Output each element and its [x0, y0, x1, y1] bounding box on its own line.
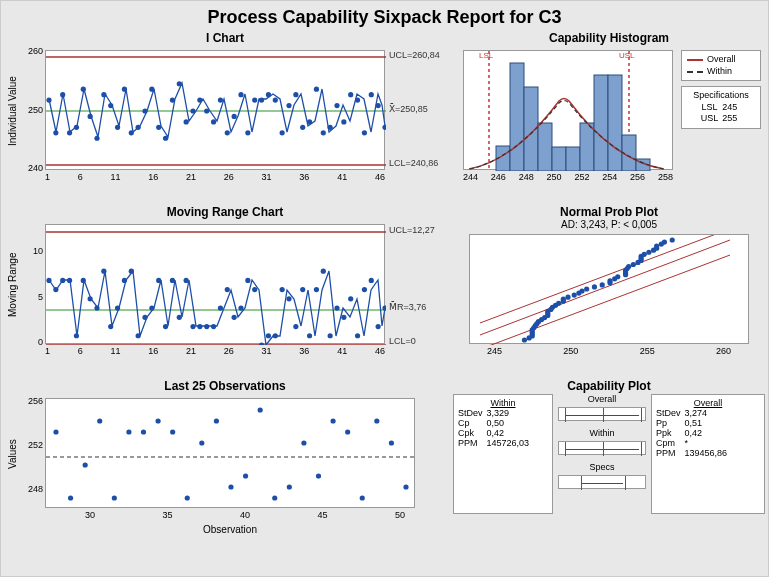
- svg-point-76: [94, 305, 99, 310]
- specs-title: Specifications: [687, 90, 755, 102]
- svg-point-71: [60, 278, 65, 283]
- svg-point-18: [149, 87, 154, 92]
- svg-point-111: [334, 305, 339, 310]
- svg-point-168: [654, 244, 659, 249]
- svg-point-115: [362, 287, 367, 292]
- legend-within: Within: [707, 66, 732, 78]
- mean-annot: X̄=250,85: [389, 104, 428, 114]
- svg-point-143: [565, 295, 570, 300]
- svg-point-10: [94, 136, 99, 141]
- specs-box: Specifications LSL245 USL255: [681, 86, 761, 129]
- svg-point-182: [185, 495, 190, 500]
- svg-point-122: [522, 337, 527, 342]
- mid-overall-label: Overall: [588, 394, 617, 404]
- svg-point-178: [126, 429, 131, 434]
- svg-point-5: [60, 92, 65, 97]
- svg-point-89: [184, 278, 189, 283]
- svg-point-142: [561, 297, 566, 302]
- mr-chart-title: Moving Range Chart: [5, 204, 445, 220]
- svg-point-112: [341, 315, 346, 320]
- lcl-annot: LCL=240,86: [389, 158, 438, 168]
- svg-point-3: [46, 97, 51, 102]
- svg-point-101: [266, 333, 271, 338]
- svg-point-174: [68, 495, 73, 500]
- svg-point-27: [211, 119, 216, 124]
- sixpack-report: Process Capability Sixpack Report for C3…: [0, 0, 769, 577]
- last25-title: Last 25 Observations: [5, 378, 445, 394]
- svg-point-192: [330, 418, 335, 423]
- svg-point-45: [334, 103, 339, 108]
- svg-point-113: [348, 296, 353, 301]
- svg-point-185: [228, 484, 233, 489]
- svg-point-106: [300, 287, 305, 292]
- i-chart-canvas: [45, 50, 385, 170]
- svg-point-52: [382, 125, 386, 130]
- svg-point-86: [163, 324, 168, 329]
- svg-point-11: [101, 92, 106, 97]
- svg-point-9: [88, 114, 93, 119]
- mid-within-label: Within: [589, 428, 614, 438]
- cap-boxes: Within StDev3,329 Cp0,50 Cpk0,42 PPM1457…: [449, 394, 769, 514]
- svg-point-19: [156, 125, 161, 130]
- svg-point-99: [252, 287, 257, 292]
- svg-point-149: [600, 282, 605, 287]
- last25-xlabel: Observation: [45, 524, 415, 535]
- svg-point-91: [197, 324, 202, 329]
- svg-point-93: [211, 324, 216, 329]
- svg-rect-59: [552, 147, 566, 171]
- svg-point-197: [403, 484, 408, 489]
- svg-point-116: [369, 278, 374, 283]
- svg-point-189: [287, 484, 292, 489]
- svg-point-103: [280, 287, 285, 292]
- svg-point-183: [199, 440, 204, 445]
- svg-point-187: [258, 407, 263, 412]
- svg-rect-62: [594, 75, 608, 171]
- svg-point-13: [115, 125, 120, 130]
- svg-point-25: [197, 97, 202, 102]
- legend-overall: Overall: [707, 54, 736, 66]
- svg-rect-63: [608, 75, 622, 171]
- svg-point-33: [252, 97, 257, 102]
- svg-point-88: [177, 315, 182, 320]
- svg-point-82: [136, 333, 141, 338]
- svg-point-83: [142, 315, 147, 320]
- svg-point-78: [108, 324, 113, 329]
- svg-point-79: [115, 305, 120, 310]
- mr-lcl: LCL=0: [389, 336, 416, 346]
- i-chart-ylabel: Individual Value: [7, 66, 18, 156]
- svg-point-46: [341, 119, 346, 124]
- mr-canvas: [45, 224, 385, 344]
- hist-xticks: 244246248250252254256258: [463, 172, 673, 182]
- svg-point-16: [136, 125, 141, 130]
- svg-point-153: [615, 274, 620, 279]
- svg-point-51: [376, 103, 381, 108]
- svg-line-119: [480, 240, 730, 335]
- svg-point-74: [81, 278, 86, 283]
- svg-point-146: [579, 288, 584, 293]
- overall-bar: [558, 407, 646, 421]
- svg-point-22: [177, 81, 182, 86]
- within-bar: [558, 441, 646, 455]
- mr-ucl: UCL=12,27: [389, 225, 435, 235]
- prob-plot-panel: Normal Prob Plot AD: 3,243, P: < 0,005 2…: [449, 204, 769, 376]
- last25-yticks: 256 252 248: [23, 398, 43, 508]
- cap-mid: Overall Within Specs: [557, 394, 647, 514]
- svg-point-117: [376, 324, 381, 329]
- svg-point-49: [362, 130, 367, 135]
- prob-subtitle: AD: 3,243, P: < 0,005: [449, 219, 769, 230]
- grid: I Chart Individual Value 260 250 240: [1, 30, 768, 564]
- i-chart-title: I Chart: [5, 30, 445, 46]
- svg-point-28: [218, 97, 223, 102]
- svg-point-17: [142, 108, 147, 113]
- prob-title: Normal Prob Plot: [449, 204, 769, 219]
- last25-xticks: 3035404550: [45, 510, 415, 520]
- svg-point-12: [108, 103, 113, 108]
- svg-point-81: [129, 269, 134, 274]
- svg-point-177: [112, 495, 117, 500]
- svg-line-121: [470, 255, 730, 345]
- svg-point-107: [307, 333, 312, 338]
- prob-xticks: 245250255260: [469, 346, 749, 356]
- overall-stats-box: Overall StDev3,274 Pp0,51 Ppk0,42 Cpm* P…: [651, 394, 765, 514]
- svg-point-94: [218, 305, 223, 310]
- usl-label: USL: [619, 51, 635, 60]
